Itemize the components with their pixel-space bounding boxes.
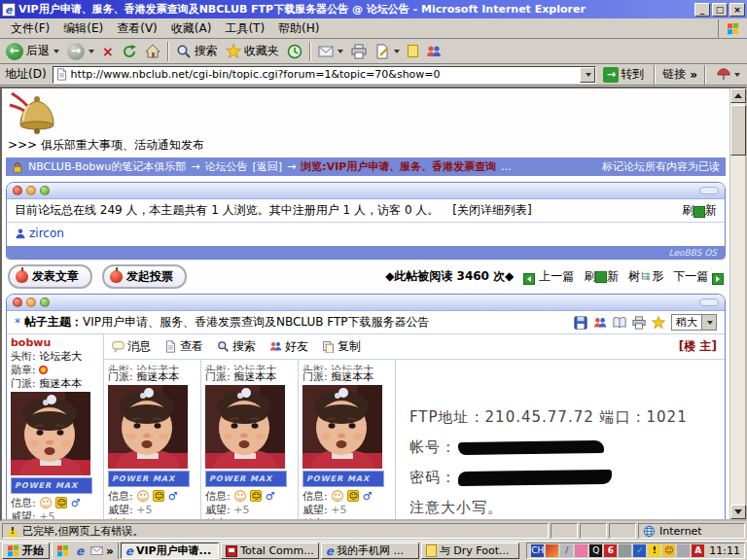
task-button-phone-site[interactable]: e我的手机网 ... bbox=[321, 542, 419, 559]
address-input[interactable]: http://www.nbclub.net/cgi-bin/topic.cgi?… bbox=[53, 66, 597, 84]
favorite-icon[interactable] bbox=[652, 316, 665, 330]
breadcrumb-forum-link[interactable]: 论坛公告 bbox=[204, 159, 247, 174]
edit-button[interactable] bbox=[371, 40, 404, 63]
search-posts-button[interactable]: 搜索 bbox=[217, 338, 256, 355]
author-name-link[interactable]: bobwu bbox=[11, 336, 99, 349]
refresh-link[interactable]: 刷新 bbox=[682, 202, 717, 219]
emote-icon[interactable]: ☺ bbox=[153, 490, 164, 502]
task-button-vip[interactable]: eVIP用户申请... bbox=[121, 542, 219, 559]
home-button[interactable] bbox=[141, 40, 164, 63]
smiley-icon[interactable]: ☺ bbox=[233, 490, 247, 503]
taskbar-clock[interactable]: 11:11 bbox=[709, 544, 740, 557]
smiley-icon[interactable]: ☺ bbox=[331, 490, 344, 503]
prev-post-link[interactable]: 上一篇 bbox=[523, 268, 574, 285]
edit-dropdown-icon[interactable] bbox=[394, 50, 400, 53]
quicklaunch-chevron-icon[interactable]: » bbox=[106, 544, 114, 558]
menu-tools[interactable]: 工具(T) bbox=[218, 18, 271, 39]
favorites-button[interactable]: 收藏夹 bbox=[222, 40, 283, 63]
print-post-icon[interactable] bbox=[632, 316, 646, 330]
mail-button[interactable] bbox=[314, 40, 347, 63]
go-button[interactable]: →转到 bbox=[600, 66, 647, 83]
antivirus-ok-tray-icon[interactable]: ✓ bbox=[633, 544, 646, 557]
antivirus-dropdown-icon[interactable] bbox=[734, 73, 740, 77]
task-button-dryfoot[interactable]: 与 Dry Foot... bbox=[421, 542, 519, 559]
antivirus-toolbar-button[interactable] bbox=[713, 63, 744, 87]
forward-button[interactable]: → bbox=[63, 40, 98, 63]
pm-button[interactable]: 消息 bbox=[112, 338, 151, 355]
links-chevron-icon[interactable]: » bbox=[690, 68, 697, 82]
next-post-link[interactable]: 下一篇 bbox=[673, 268, 724, 285]
page-scrollbar[interactable] bbox=[729, 88, 745, 519]
discuss-button[interactable] bbox=[404, 40, 422, 63]
device-tray-icon[interactable] bbox=[619, 544, 631, 557]
quicklaunch-ie-icon[interactable]: e bbox=[73, 544, 87, 558]
address-dropdown-icon[interactable] bbox=[580, 67, 595, 83]
start-button[interactable]: 开始 bbox=[2, 542, 50, 559]
back-dropdown-icon[interactable] bbox=[53, 50, 59, 53]
print-button[interactable] bbox=[347, 40, 371, 63]
mail-dropdown-icon[interactable] bbox=[338, 50, 343, 53]
view-profile-button[interactable]: 查看 bbox=[164, 338, 203, 355]
select-dropdown-icon[interactable] bbox=[701, 315, 716, 330]
gray-tray-icon[interactable] bbox=[677, 544, 690, 557]
favorites-label: 收藏夹 bbox=[244, 43, 279, 59]
input-language-indicator[interactable]: CH bbox=[531, 544, 544, 557]
quicklaunch-desktop-icon[interactable] bbox=[56, 544, 70, 558]
smiley-icon[interactable]: ☺ bbox=[136, 490, 150, 503]
menu-file[interactable]: 文件(F) bbox=[4, 18, 56, 39]
tree-view-link[interactable]: 树形 bbox=[628, 268, 663, 285]
viewer-name-link[interactable]: zircon bbox=[29, 227, 64, 240]
emote-icon[interactable]: ☺ bbox=[250, 490, 262, 502]
links-label[interactable]: 链接 bbox=[662, 66, 686, 83]
browser-tray-icon[interactable]: 6 bbox=[604, 544, 617, 557]
refresh-button[interactable] bbox=[118, 40, 141, 63]
task-button-totalcmd[interactable]: Total Comm... bbox=[221, 542, 319, 559]
scrollbar-track[interactable] bbox=[730, 156, 745, 505]
minimize-button[interactable]: _ bbox=[694, 3, 710, 17]
new-poll-button[interactable]: 发起投票 bbox=[102, 264, 187, 289]
emote-icon[interactable]: ☺ bbox=[55, 497, 67, 508]
scroll-down-button[interactable] bbox=[730, 505, 746, 519]
new-post-button[interactable]: 发表文章 bbox=[8, 264, 92, 289]
ati-tray-icon[interactable]: A bbox=[692, 544, 704, 557]
scrollbar-thumb[interactable] bbox=[730, 105, 746, 156]
back-button[interactable]: ←后退 bbox=[2, 40, 63, 63]
messenger-button[interactable] bbox=[422, 40, 445, 63]
warning-icon[interactable] bbox=[7, 526, 18, 537]
close-detail-link[interactable]: [关闭详细列表] bbox=[452, 202, 531, 219]
history-button[interactable] bbox=[283, 40, 306, 63]
close-button[interactable]: × bbox=[729, 3, 745, 17]
emote-icon[interactable]: ☺ bbox=[347, 490, 359, 502]
smiley-icon[interactable]: ☺ bbox=[39, 497, 53, 509]
refresh-post-link[interactable]: 刷新 bbox=[584, 268, 619, 285]
menu-help[interactable]: 帮助(H) bbox=[271, 18, 326, 39]
qq-tray-icon[interactable]: Q bbox=[589, 544, 602, 557]
collapse-pill-icon[interactable] bbox=[699, 298, 719, 306]
collapse-pill-icon[interactable] bbox=[699, 187, 719, 194]
forward-dropdown-icon[interactable] bbox=[89, 50, 94, 53]
ime-tray-icon[interactable] bbox=[546, 544, 558, 557]
messenger-tray-icon[interactable] bbox=[575, 544, 587, 557]
quicklaunch-mail-icon[interactable] bbox=[89, 544, 103, 558]
scroll-up-button[interactable] bbox=[730, 88, 746, 103]
toolbar-separator bbox=[654, 65, 656, 85]
pen-tray-icon[interactable]: / bbox=[560, 544, 573, 557]
copy-button[interactable]: 复制 bbox=[322, 338, 361, 355]
book-icon[interactable] bbox=[613, 316, 626, 330]
breadcrumb-site-link[interactable]: NBCLUB-Bobwu的笔记本俱乐部 bbox=[28, 159, 186, 174]
url-text[interactable]: http://www.nbclub.net/cgi-bin/topic.cgi?… bbox=[71, 68, 578, 81]
warning-tray-icon[interactable]: ! bbox=[648, 544, 660, 557]
text-size-select[interactable]: 稍大 bbox=[671, 314, 717, 331]
menu-favorites[interactable]: 收藏(A) bbox=[164, 18, 219, 39]
menu-edit[interactable]: 编辑(E) bbox=[56, 18, 110, 39]
mark-all-read-link[interactable]: 标记论坛所有内容为已读 bbox=[602, 159, 720, 174]
restore-button[interactable]: □ bbox=[712, 3, 728, 17]
menu-view[interactable]: 查看(V) bbox=[110, 18, 164, 39]
smiley-tray-icon[interactable]: ☺ bbox=[662, 544, 675, 557]
save-icon[interactable] bbox=[574, 316, 587, 330]
add-friend-button[interactable]: 好友 bbox=[269, 338, 308, 355]
friends-icon[interactable] bbox=[593, 316, 607, 330]
breadcrumb-back-link[interactable]: [返回] bbox=[252, 159, 282, 174]
stop-button[interactable]: × bbox=[98, 40, 118, 63]
search-button[interactable]: 搜索 bbox=[172, 40, 222, 63]
